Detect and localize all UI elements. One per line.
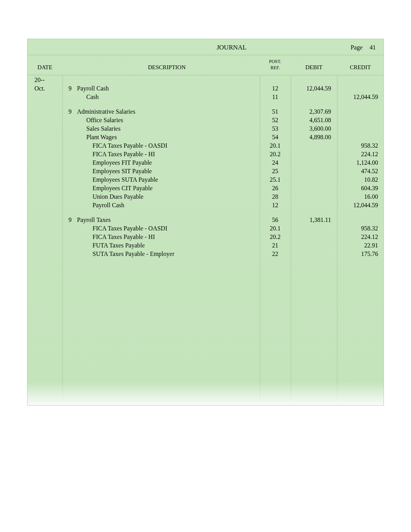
debit-cell [291, 150, 337, 159]
postref-line2: REF. [271, 65, 280, 70]
credit-cell: 224.12 [337, 150, 384, 159]
date-cell [27, 250, 62, 258]
table-row [27, 210, 384, 216]
col-header-description: DESCRIPTION [74, 56, 260, 75]
credit-cell: 604.39 [337, 184, 384, 193]
date-cell [27, 241, 62, 250]
day-cell [62, 93, 74, 101]
description-cell: FICA Taxes Payable - OASDI [74, 142, 260, 150]
table-row: Sales Salaries533,600.00 [27, 124, 384, 133]
postref-cell: 20.2 [260, 150, 291, 159]
table-row: Union Dues Payable2816.00 [27, 193, 384, 201]
day-cell [62, 176, 74, 184]
journal-header: JOURNAL Page 41 [27, 39, 384, 56]
date-cell [27, 150, 62, 159]
col-header-day [62, 56, 74, 75]
date-cell [27, 93, 62, 101]
day-cell [62, 184, 74, 193]
description-cell: Employees SIT Payable [74, 167, 260, 176]
table-row: FICA Taxes Payable - HI20.2224.12 [27, 233, 384, 241]
debit-cell [291, 184, 337, 193]
col-header-credit: CREDIT [337, 56, 384, 75]
description-cell: SUTA Taxes Payable - Employer [74, 250, 260, 258]
debit-cell [291, 176, 337, 184]
date-cell [27, 233, 62, 241]
credit-cell: 474.52 [337, 167, 384, 176]
description-cell: Plant Wages [74, 133, 260, 142]
postref-cell: 12 [260, 201, 291, 210]
credit-cell: 12,044.59 [337, 201, 384, 210]
table-row: Employees CIT Payable26604.39 [27, 184, 384, 193]
day-cell [62, 250, 74, 258]
day-cell [62, 124, 74, 133]
postref-cell: 20.2 [260, 233, 291, 241]
description-cell: Employees SUTA Payable [74, 176, 260, 184]
journal-body: 20-- Oct.9Payroll Cash1212,044.59Cash111… [27, 75, 384, 406]
table-row: FICA Taxes Payable - HI20.2224.12 [27, 150, 384, 159]
postref-cell: 12 [260, 84, 291, 93]
description-cell: Payroll Taxes [74, 216, 260, 224]
postref-line1: POST. [269, 59, 281, 64]
postref-cell: 21 [260, 241, 291, 250]
table-row: Employees SUTA Payable25.110.82 [27, 176, 384, 184]
description-cell: FUTA Taxes Payable [74, 241, 260, 250]
table-row: SUTA Taxes Payable - Employer22175.76 [27, 250, 384, 258]
debit-cell [291, 193, 337, 201]
year-cell: 20-- [27, 75, 62, 85]
table-row: Office Salaries524,651.08 [27, 116, 384, 124]
debit-cell [291, 241, 337, 250]
postref-cell: 56 [260, 216, 291, 224]
credit-cell: 958.32 [337, 142, 384, 150]
credit-cell [337, 216, 384, 224]
debit-cell [291, 233, 337, 241]
description-cell: Administrative Salaries [74, 107, 260, 116]
page-label: Page [351, 44, 363, 51]
postref-cell: 11 [260, 93, 291, 101]
table-row: FICA Taxes Payable - OASDI20.1958.32 [27, 224, 384, 233]
debit-cell: 1,381.11 [291, 216, 337, 224]
description-cell: Union Dues Payable [74, 193, 260, 201]
date-cell [27, 159, 62, 167]
date-cell [27, 133, 62, 142]
col-header-debit: DEBIT [291, 56, 337, 75]
debit-cell [291, 167, 337, 176]
description-cell: Cash [74, 93, 260, 101]
date-year-row: 20-- [27, 75, 384, 85]
table-row: Payroll Cash1212,044.59 [27, 201, 384, 210]
table-row: Employees SIT Payable25474.52 [27, 167, 384, 176]
date-cell [27, 216, 62, 224]
table-row: Oct.9Payroll Cash1212,044.59 [27, 84, 384, 93]
day-cell: 9 [62, 107, 74, 116]
date-cell [27, 142, 62, 150]
credit-cell [337, 124, 384, 133]
postref-cell: 53 [260, 124, 291, 133]
postref-cell: 52 [260, 116, 291, 124]
table-row: FUTA Taxes Payable2122.91 [27, 241, 384, 250]
credit-cell [337, 107, 384, 116]
debit-cell [291, 93, 337, 101]
day-cell [62, 116, 74, 124]
day-cell [62, 224, 74, 233]
credit-cell [337, 133, 384, 142]
postref-cell: 25.1 [260, 176, 291, 184]
debit-cell: 4,651.08 [291, 116, 337, 124]
description-cell: Payroll Cash [74, 84, 260, 93]
postref-cell: 26 [260, 184, 291, 193]
day-cell [62, 142, 74, 150]
debit-cell [291, 224, 337, 233]
table-row [27, 101, 384, 107]
day-cell [62, 159, 74, 167]
table-row: FICA Taxes Payable - OASDI20.1958.32 [27, 142, 384, 150]
journal-table: DATE DESCRIPTION POST. REF. DEBIT CREDIT… [27, 56, 384, 405]
table-row: 9Payroll Taxes561,381.11 [27, 216, 384, 224]
credit-cell: 175.76 [337, 250, 384, 258]
debit-cell [291, 159, 337, 167]
day-cell: 9 [62, 84, 74, 93]
day-cell: 9 [62, 216, 74, 224]
postref-cell: 22 [260, 250, 291, 258]
debit-cell [291, 250, 337, 258]
postref-cell: 54 [260, 133, 291, 142]
table-row: Cash1112,044.59 [27, 93, 384, 101]
postref-cell: 28 [260, 193, 291, 201]
credit-cell: 1,124.00 [337, 159, 384, 167]
